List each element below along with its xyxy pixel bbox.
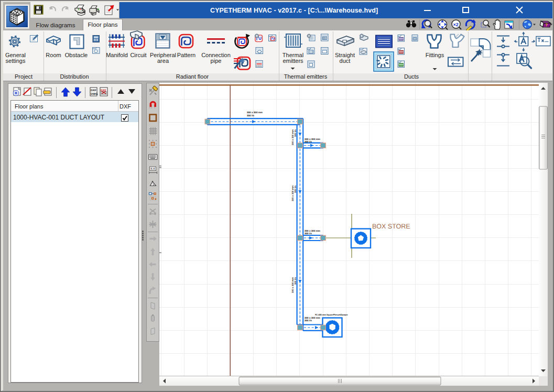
svg-text:300 x 300 mm: 300 x 300 mm (247, 111, 263, 114)
svg-text:4.4: 4.4 (150, 167, 155, 171)
svg-text:300 l/s: 300 l/s (294, 186, 297, 193)
svg-text:300 l/s: 300 l/s (305, 140, 312, 143)
svg-text:BOX STORE: BOX STORE (372, 223, 410, 230)
svg-text:300 l/s: 300 l/s (247, 114, 254, 117)
svg-text:300 l/s: 300 l/s (294, 129, 297, 137)
svg-text:300 l/s: 300 l/s (305, 232, 312, 235)
svg-text:300 l/s: 300 l/s (305, 319, 312, 322)
svg-text:DWG: DWG (91, 93, 97, 96)
svg-text:DXF: DXF (91, 89, 97, 92)
svg-text:300 l/s: 300 l/s (294, 277, 297, 285)
svg-text:FC-400 mm SquarePlenumDamper: FC-400 mm SquarePlenumDamper (315, 313, 348, 316)
